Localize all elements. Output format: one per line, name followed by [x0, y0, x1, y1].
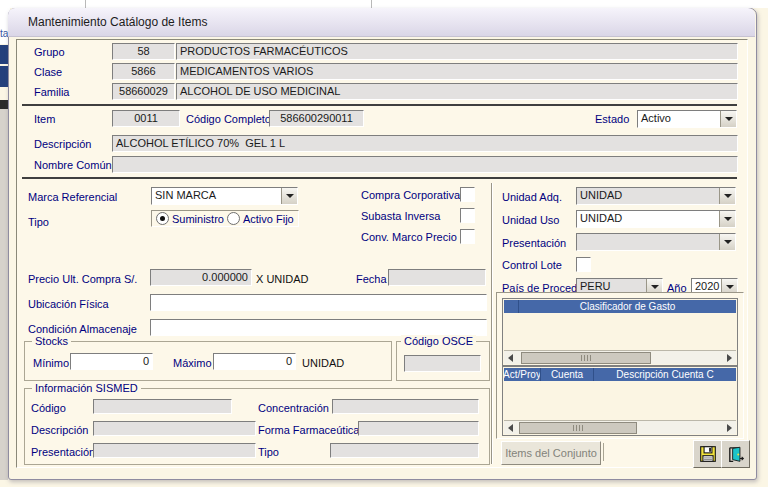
unidad-uso-dropdown-button[interactable] — [719, 211, 735, 227]
familia-label: Familia — [34, 86, 69, 98]
unidad-adq-combobox[interactable]: UNIDAD — [576, 187, 736, 205]
tipo-radio-group: Suministro Activo Fijo — [151, 210, 299, 227]
scroll-right-icon[interactable] — [727, 424, 732, 432]
clasificador-horizontal-scrollbar[interactable] — [504, 350, 736, 364]
ubicacion-fisica-label: Ubicación Física — [28, 298, 109, 310]
descripcion-label: Descripción — [34, 138, 91, 150]
presentacion-value — [577, 234, 719, 250]
sismed-forma-field — [358, 421, 479, 436]
condicion-almacenaje-input[interactable] — [150, 319, 487, 336]
button-divider — [603, 443, 604, 461]
items-del-conjunto-label: Items del Conjunto — [505, 447, 597, 459]
clasificador-gasto-header: Clasificador de Gasto — [504, 300, 736, 313]
ubicacion-fisica-input[interactable] — [150, 294, 487, 311]
sismed-codigo-field — [93, 399, 232, 414]
conv-marco-precio-checkbox[interactable] — [460, 229, 475, 244]
marca-dropdown-button[interactable] — [281, 188, 297, 204]
precio-unidad-text: X UNIDAD — [256, 273, 309, 285]
window-title: Mantenimiento Catálogo de Items — [28, 15, 207, 29]
title-bar[interactable]: Mantenimiento Catálogo de Items — [8, 8, 755, 37]
codigo-completo-label: Código Completo — [186, 113, 271, 125]
background-divider — [85, 0, 86, 8]
sismed-descripcion-field — [93, 421, 256, 436]
conv-marco-precio-label: Conv. Marco Precio — [361, 231, 457, 243]
marca-referencial-label: Marca Referencial — [28, 191, 117, 203]
codigo-osce-field — [404, 355, 481, 372]
chevron-down-icon — [286, 194, 294, 198]
item-number-field: 0011 — [112, 110, 180, 127]
items-del-conjunto-button[interactable]: Items del Conjunto — [501, 441, 601, 465]
exit-button[interactable] — [721, 440, 750, 468]
sismed-presentacion-field — [93, 443, 256, 458]
precio-ult-compra-label: Precio Ult. Compra S/. — [28, 273, 137, 285]
column-cuenta: Cuenta — [541, 368, 594, 381]
nombre-comun-label: Nombre Común — [34, 159, 112, 171]
radio-suministro[interactable] — [156, 212, 169, 225]
minimo-input[interactable]: 0 — [70, 353, 153, 370]
compra-corporativa-checkbox[interactable] — [460, 187, 475, 202]
radio-activo-fijo-label: Activo Fijo — [243, 213, 294, 225]
chevron-down-icon — [724, 194, 732, 198]
estado-dropdown-button[interactable] — [720, 111, 736, 127]
sismed-codigo-label: Código — [31, 402, 66, 414]
background-window-top — [0, 0, 768, 8]
save-button[interactable] — [693, 440, 722, 468]
grupo-label: Grupo — [34, 46, 65, 58]
maximo-input[interactable]: 0 — [213, 353, 296, 370]
scroll-left-icon[interactable] — [508, 354, 513, 362]
chevron-down-icon — [724, 240, 732, 244]
exit-door-icon — [727, 445, 745, 463]
scrollbar-grip — [573, 425, 583, 431]
background-row — [0, 100, 8, 109]
presentacion-label: Presentación — [502, 237, 566, 249]
scroll-left-icon[interactable] — [508, 424, 513, 432]
sismed-concentracion-label: Concentración — [258, 402, 329, 414]
radio-activo-fijo[interactable] — [227, 212, 240, 225]
control-lote-label: Control Lote — [502, 259, 562, 271]
unidad-adq-label: Unidad Adq. — [502, 191, 562, 203]
sismed-tipo-label: Tipo — [258, 446, 279, 458]
grupo-code-field: 58 — [112, 43, 175, 60]
control-lote-checkbox[interactable] — [576, 257, 591, 272]
scrollbar-grip — [581, 355, 591, 361]
familia-code-field: 58660029 — [112, 83, 175, 100]
estado-label: Estado — [595, 113, 629, 125]
unidad-adq-value: UNIDAD — [577, 188, 719, 204]
grid-corner-cell — [504, 300, 519, 313]
clasificador-gasto-grid: Clasificador de Gasto — [502, 298, 738, 366]
condicion-almacenaje-label: Condición Almacenaje — [28, 323, 137, 335]
sismed-title: Información SISMED — [32, 382, 141, 394]
descripcion-field: ALCOHOL ETÍLICO 70% GEL 1 L — [112, 135, 738, 152]
unidad-uso-combobox[interactable]: UNIDAD — [576, 210, 736, 228]
scroll-right-icon[interactable] — [727, 354, 732, 362]
column-descripcion-cuenta: Descripción Cuenta C — [594, 368, 736, 381]
subasta-inversa-label: Subasta Inversa — [361, 210, 441, 222]
chevron-down-icon — [651, 285, 659, 289]
presentacion-dropdown-button[interactable] — [719, 234, 735, 250]
radio-suministro-label: Suministro — [172, 213, 224, 225]
marca-value: SIN MARCA — [152, 188, 281, 204]
sismed-tipo-field — [330, 443, 479, 458]
codigo-osce-title: Código OSCE — [401, 335, 476, 347]
clasificador-gasto-title: Clasificador de Gasto — [519, 300, 736, 313]
tipo-label: Tipo — [28, 216, 49, 228]
stocks-unidad-text: UNIDAD — [302, 357, 344, 369]
presentacion-combobox[interactable] — [576, 233, 736, 251]
subasta-inversa-checkbox[interactable] — [460, 208, 475, 223]
column-act-proy: Act/Proy — [504, 368, 541, 381]
sismed-forma-label: Forma Farmaceútica — [258, 424, 359, 436]
cuentas-horizontal-scrollbar[interactable] — [504, 420, 736, 434]
compra-corporativa-label: Compra Corporativa — [361, 189, 460, 201]
chevron-down-icon — [725, 117, 733, 121]
unidad-adq-dropdown-button[interactable] — [719, 188, 735, 204]
scrollbar-thumb[interactable] — [521, 352, 651, 364]
scrollbar-thumb[interactable] — [519, 422, 637, 434]
precio-field: 0.000000 — [150, 269, 252, 286]
clase-label: Clase — [34, 66, 62, 78]
nombre-comun-field — [112, 156, 738, 173]
cuentas-grid: Act/Proy Cuenta Descripción Cuenta C — [502, 366, 738, 436]
marca-referencial-combobox[interactable]: SIN MARCA — [151, 187, 298, 205]
fecha-label: Fecha — [356, 273, 387, 285]
estado-combobox[interactable]: Activo — [637, 110, 737, 128]
codigo-completo-field: 586600290011 — [269, 110, 364, 127]
